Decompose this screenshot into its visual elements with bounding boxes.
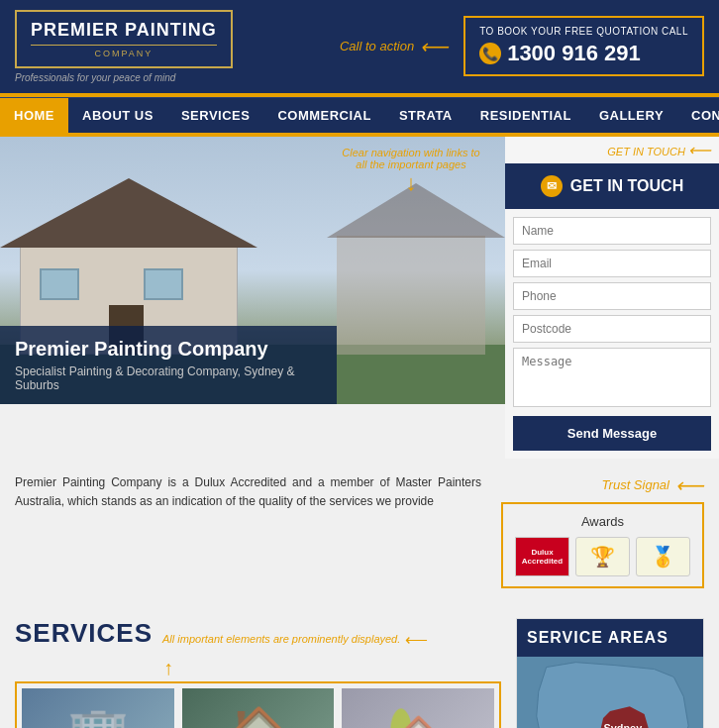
- trust-text: Premier Painting Company is a Dulux Accr…: [15, 473, 481, 511]
- nav-item-contact[interactable]: CONTACT: [677, 98, 719, 133]
- phone-number[interactable]: 📞 1300 916 291: [479, 41, 688, 66]
- services-left: SERVICES All important elements are prom…: [15, 618, 501, 728]
- postcode-input[interactable]: [513, 315, 711, 343]
- get-touch-button[interactable]: ✉ GET IN TOUCH: [505, 163, 719, 209]
- nav-item-about[interactable]: ABOUT US: [68, 98, 167, 133]
- domestic-image: 🏡: [342, 688, 494, 728]
- hero-annotation: Clear navigation with links to all the i…: [337, 147, 485, 196]
- strata-building-icon: 🏠: [228, 704, 289, 728]
- dulux-badge: DuluxAccredited: [515, 537, 569, 576]
- map-svg: Sydney: [517, 657, 703, 728]
- nav: HOME ABOUT US SERVICES COMMERCIAL STRATA…: [0, 97, 719, 133]
- award-badge-3: 🥇: [636, 537, 690, 576]
- map-area: Sydney: [517, 657, 703, 728]
- envelope-icon: ✉: [541, 175, 563, 197]
- commercial-building-icon: 🏢: [67, 704, 129, 728]
- nav-item-home[interactable]: HOME: [0, 98, 68, 133]
- trust-right: Trust Signal ⟵ Awards DuluxAccredited 🏆 …: [501, 473, 704, 588]
- hero-section: Premier Painting Company Specialist Pain…: [0, 137, 505, 404]
- phone-box[interactable]: TO BOOK YOUR FREE QUOTATION CALL 📞 1300 …: [463, 16, 704, 76]
- service-areas: SERVICE AREAS Sydney We service all area…: [516, 618, 704, 728]
- awards-title: Awards: [515, 514, 690, 529]
- contact-form: Send Message: [505, 209, 719, 459]
- name-input[interactable]: [513, 217, 711, 245]
- email-input[interactable]: [513, 250, 711, 277]
- get-touch-annotation: GET IN TOUCH ⟵: [505, 137, 719, 163]
- service-card-commercial[interactable]: 🏢 COMMERCIAL Premier Painting prides its…: [22, 688, 174, 728]
- service-card-domestic[interactable]: 🏡 DOMESTIC & RESIDENTIAL Premier Paintin…: [342, 688, 494, 728]
- logo[interactable]: PREMIER PAINTING COMPANY: [15, 10, 233, 68]
- phone-icon: 📞: [479, 43, 501, 64]
- message-textarea[interactable]: [513, 348, 711, 407]
- strata-image: 🏠: [182, 688, 335, 728]
- cta-arrow-icon: ⟵: [420, 35, 449, 58]
- domestic-building-icon: 🏡: [387, 704, 449, 728]
- contact-sidebar: GET IN TOUCH ⟵ ✉ GET IN TOUCH Send Messa…: [505, 137, 719, 459]
- nav-annotation-arrow: ↓: [337, 170, 485, 196]
- service-areas-title: SERVICE AREAS: [517, 619, 703, 657]
- trust-signal-label: Trust Signal ⟵: [602, 473, 704, 497]
- commercial-image: 🏢: [22, 688, 174, 728]
- logo-tagline: Professionals for your peace of mind: [15, 72, 233, 83]
- logo-company: COMPANY: [31, 49, 217, 58]
- nav-item-residential[interactable]: RESIDENTIAL: [466, 98, 585, 133]
- trust-arrow-icon: ⟵: [675, 473, 704, 497]
- phone-input[interactable]: [513, 282, 711, 310]
- logo-title: PREMIER PAINTING: [31, 20, 217, 42]
- cta-label: Call to action ⟵: [340, 35, 449, 58]
- svg-text:Sydney: Sydney: [604, 721, 643, 728]
- services-title: SERVICES: [15, 618, 153, 649]
- trust-section: Premier Painting Company is a Dulux Accr…: [0, 459, 719, 603]
- award-badge-2: 🏆: [575, 537, 630, 576]
- nav-item-strata[interactable]: STRATA: [385, 98, 466, 133]
- awards-box: Awards DuluxAccredited 🏆 🥇: [501, 502, 704, 588]
- main-content: Premier Painting Company Specialist Pain…: [0, 137, 719, 459]
- send-message-button[interactable]: Send Message: [513, 416, 711, 451]
- services-up-arrow: ↑: [163, 657, 501, 679]
- nav-item-services[interactable]: SERVICES: [167, 98, 264, 133]
- services-annotation-area: All important elements are prominently d…: [162, 630, 428, 649]
- awards-logos: DuluxAccredited 🏆 🥇: [515, 537, 690, 576]
- services-annotation-arrow: ⟵: [405, 630, 428, 649]
- service-card-strata[interactable]: 🏠 STRATA & REAL ESTATE We know you need …: [182, 688, 335, 728]
- phone-book-text: TO BOOK YOUR FREE QUOTATION CALL: [479, 26, 688, 37]
- services-header: SERVICES All important elements are prom…: [15, 618, 501, 649]
- cta-area: Call to action ⟵ TO BOOK YOUR FREE QUOTA…: [340, 16, 704, 76]
- hero-overlay: Premier Painting Company Specialist Pain…: [0, 326, 337, 404]
- hero-title: Premier Painting Company: [15, 338, 322, 361]
- services-grid: 🏢 COMMERCIAL Premier Painting prides its…: [15, 681, 501, 728]
- nav-item-gallery[interactable]: GALLERY: [585, 98, 677, 133]
- nav-item-commercial[interactable]: COMMERCIAL: [263, 98, 385, 133]
- services-annotation: All important elements are prominently d…: [162, 633, 400, 645]
- services-section: SERVICES All important elements are prom…: [0, 603, 719, 728]
- header: PREMIER PAINTING COMPANY Professionals f…: [0, 0, 719, 93]
- hero-subtitle: Specialist Painting & Decorating Company…: [15, 364, 322, 392]
